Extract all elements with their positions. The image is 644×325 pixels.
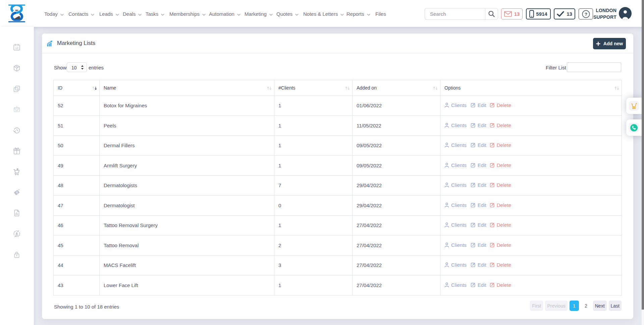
- svg-text:12: 12: [15, 46, 18, 50]
